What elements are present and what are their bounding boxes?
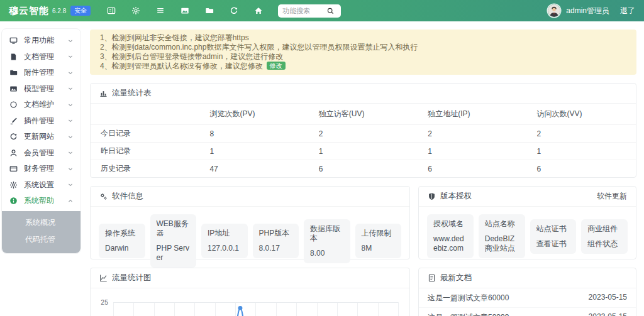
sidebar-item-maintenance[interactable]: 文档维护 xyxy=(2,97,80,113)
sidebar-item-models[interactable]: 模型管理 xyxy=(2,81,80,97)
tile-value: 8M xyxy=(362,244,396,253)
chevron-down-icon xyxy=(68,134,73,139)
sidebar-item-update-site[interactable]: 更新网站 xyxy=(2,129,80,145)
username-label: admin管理员 xyxy=(566,6,609,16)
sidebar-item-members[interactable]: 会员管理 xyxy=(2,145,80,161)
refresh-icon[interactable] xyxy=(230,6,238,15)
doc-title-link[interactable]: 这是一篇测试文章60000 xyxy=(428,293,509,303)
gear-icon xyxy=(9,181,18,189)
tile-label: 操作系统 xyxy=(105,229,139,238)
row-label: 昨日记录 xyxy=(91,143,199,160)
sidebar-item-help[interactable]: 系统帮助 xyxy=(2,193,80,209)
component-status-link[interactable]: 组件状态 xyxy=(587,239,621,249)
view-cert-link[interactable]: 查看证书 xyxy=(536,239,570,249)
col-ip: 独立地址(IP) xyxy=(418,104,526,125)
tile-label: 站点名称 xyxy=(485,219,519,229)
sidebar-item-settings[interactable]: 系统设置 xyxy=(2,177,80,193)
info-tile-php: PHP版本8.0.17 xyxy=(253,224,299,258)
navbar-icon-group xyxy=(107,6,263,15)
folder-icon[interactable] xyxy=(205,6,214,15)
chart-image-icon[interactable] xyxy=(180,6,189,15)
info-tile-os: 操作系统Darwin xyxy=(99,224,145,258)
home-icon[interactable] xyxy=(254,6,263,15)
latest-docs-header: 最新文档 xyxy=(419,268,636,288)
alert-line: 2、检测到data/common.inc.php数据库文件写入权限，建议您以管理… xyxy=(100,43,626,52)
card-title: 版本授权 xyxy=(440,191,472,202)
avatar[interactable] xyxy=(548,4,560,17)
card-icon xyxy=(9,165,18,173)
software-update-link[interactable]: 软件更新 xyxy=(597,191,627,202)
sidebar-item-label: 附件管理 xyxy=(24,67,54,78)
info-tile-db: 数据库版本8.00 xyxy=(304,219,350,263)
software-info-header: 软件信息 xyxy=(91,187,409,207)
col-empty xyxy=(91,104,199,125)
cell-vv: 1 xyxy=(527,143,636,160)
row-label: 历史记录 xyxy=(91,160,199,178)
folder-icon xyxy=(9,68,18,77)
circle-icon xyxy=(9,101,18,109)
license-tiles: 授权域名www.dedebiz.com 站点名称DedeBIZ商业站点 站点证书… xyxy=(419,207,636,266)
cell-ip: 1 xyxy=(418,143,526,160)
alert-line-text: 4、检测到管理员默认名称没有修改，建议您修改 xyxy=(100,62,263,70)
card-title: 流量统计图 xyxy=(112,273,152,283)
peak-point xyxy=(238,306,243,310)
chevron-down-icon xyxy=(68,86,73,91)
doc-icon xyxy=(428,274,436,282)
sidebar-item-documents[interactable]: 文档管理 xyxy=(2,49,80,65)
sidebar-panel: 常用功能 文档管理 附件管理 模型管理 文档维护 xyxy=(1,28,81,254)
sidebar-item-label: 财务管理 xyxy=(24,163,54,174)
menu-icon[interactable] xyxy=(156,6,165,15)
alert-line: 1、检测到网址非安全链接，建议您部署https xyxy=(100,33,626,43)
license-tile-domain: 授权域名www.dedebiz.com xyxy=(427,214,474,258)
tile-value: Darwin xyxy=(105,244,139,253)
search-icon[interactable] xyxy=(326,7,335,15)
sidebar-item-finance[interactable]: 财务管理 xyxy=(2,161,80,177)
search-input[interactable] xyxy=(282,7,326,14)
card-title: 软件信息 xyxy=(112,191,143,202)
doc-date: 2023-05-15 xyxy=(589,293,627,303)
sidebar-item-common[interactable]: 常用功能 xyxy=(2,33,80,49)
doc-title-link[interactable]: 这是一篇测试文章59999 xyxy=(428,312,509,316)
refresh-icon xyxy=(9,133,18,141)
card-title: 流量统计表 xyxy=(112,88,152,99)
user-icon xyxy=(9,149,18,157)
gear-icon[interactable] xyxy=(131,6,140,15)
license-card: 版本授权 软件更新 授权域名www.dedebiz.com 站点名称DedeBI… xyxy=(418,186,636,259)
fix-button[interactable]: 修改 xyxy=(267,62,286,70)
chevron-down-icon xyxy=(68,70,73,75)
table-row: 历史记录 47 6 6 6 xyxy=(91,160,636,178)
tile-label: PHP版本 xyxy=(259,229,293,238)
col-pv: 浏览次数(PV) xyxy=(199,104,308,125)
sidebar-item-attachments[interactable]: 附件管理 xyxy=(2,65,80,81)
chevron-up-icon xyxy=(68,199,73,204)
cell-ip: 6 xyxy=(418,160,526,178)
panel-icon[interactable] xyxy=(107,6,116,15)
logout-button[interactable]: 退了 xyxy=(620,6,635,16)
top-navbar: 穆云智能 6.2.8 安全 admin管理员 退了 xyxy=(0,0,644,21)
monitor-icon xyxy=(9,36,18,45)
sidebar-item-plugins[interactable]: 插件管理 xyxy=(2,113,80,129)
image-icon xyxy=(9,85,18,93)
list-item: 这是一篇测试文章59999 2023-05-15 xyxy=(419,308,636,316)
tile-label: 商业组件 xyxy=(587,224,621,234)
doc-date: 2023-05-15 xyxy=(589,312,627,316)
bar-chart-icon xyxy=(99,89,108,97)
search-box[interactable] xyxy=(278,4,341,18)
chevron-down-icon xyxy=(68,38,73,43)
card-title: 最新文档 xyxy=(440,273,472,283)
submenu-item-code-hosting[interactable]: 代码托管 xyxy=(2,231,80,248)
traffic-chart-header: 流量统计图 xyxy=(91,268,409,288)
navbar-user-area: admin管理员 退了 xyxy=(548,4,635,17)
tile-value: 127.0.0.1 xyxy=(208,244,242,253)
tile-label: WEB服务器 xyxy=(157,219,191,238)
col-vv: 访问次数(VV) xyxy=(527,104,636,125)
cell-pv: 8 xyxy=(199,125,308,143)
sidebar-item-label: 文档管理 xyxy=(24,52,54,62)
sidebar-item-label: 常用功能 xyxy=(24,35,54,46)
main-content: 1、检测到网址非安全链接，建议您部署https 2、检测到data/common… xyxy=(82,21,644,316)
submenu-item-system-overview[interactable]: 系统概况 xyxy=(2,214,80,231)
tile-label: 授权域名 xyxy=(433,219,467,229)
sidebar-item-label: 模型管理 xyxy=(24,84,54,94)
sidebar-item-label: 会员管理 xyxy=(24,148,54,158)
license-tile-component: 商业组件组件状态 xyxy=(581,219,628,254)
